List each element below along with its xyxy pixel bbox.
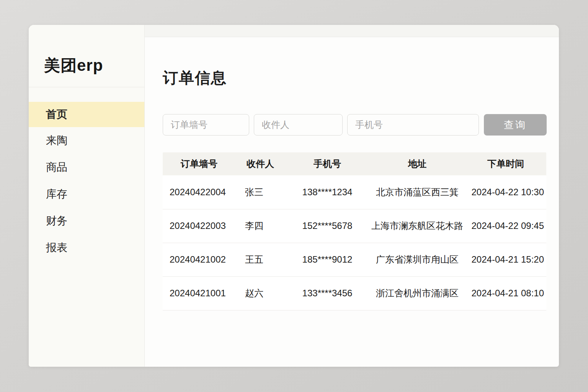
order-number-cell: 20240422003 (163, 209, 235, 243)
order-time-cell: 2024-04-22 10:30 (465, 175, 546, 209)
phone-input[interactable] (347, 114, 479, 136)
sidebar-item-purchase[interactable]: 来陶 (29, 127, 144, 154)
orders-table: 订单墙号收件人手机号地址下单时间 20240422004张三138****123… (163, 152, 546, 310)
phone-cell: 133****3456 (285, 276, 369, 310)
recipient-input[interactable] (254, 114, 343, 136)
sidebar-menu: 首页来陶商品库存财务报表 (29, 102, 144, 261)
app-window: 美团erp 首页来陶商品库存财务报表 订单信息 查询 订单墙号收件人手机号地址下… (29, 25, 559, 367)
address-cell: 广东省渫圳市甪山区 (369, 243, 465, 276)
table-row: 20240421002王五185****9012广东省渫圳市甪山区2024-04… (163, 243, 546, 276)
order-number-cell: 20240421001 (163, 276, 235, 310)
phone-cell: 138****1234 (285, 175, 369, 209)
column-header: 订单墙号 (163, 152, 235, 175)
table-header-row: 订单墙号收件人手机号地址下单时间 (163, 152, 546, 175)
column-header: 下单时间 (465, 152, 546, 175)
order-time-cell: 2024-04-21 08:10 (465, 276, 546, 310)
table-row: 20240421001赵六133****3456浙江舍机州市涌满区2024-04… (163, 276, 546, 310)
order-number-input[interactable] (163, 114, 249, 136)
sidebar: 美团erp 首页来陶商品库存财务报表 (29, 25, 145, 367)
table-row: 20240422003李四152****5678上海市澜东舤区花木路2024-0… (163, 209, 546, 243)
recipient-cell: 赵六 (235, 276, 285, 310)
search-toolbar: 查询 (163, 114, 559, 136)
app-logo: 美团erp (29, 38, 144, 87)
recipient-cell: 张三 (235, 175, 285, 209)
sidebar-item-home[interactable]: 首页 (29, 102, 144, 127)
order-number-cell: 20240421002 (163, 243, 235, 276)
order-time-cell: 2024-04-21 15:20 (465, 243, 546, 276)
main-content: 订单信息 查询 订单墙号收件人手机号地址下单时间 20240422004张三13… (145, 38, 559, 367)
query-button[interactable]: 查询 (484, 114, 547, 136)
sidebar-item-finance[interactable]: 财务 (29, 207, 144, 234)
column-header: 收件人 (235, 152, 285, 175)
recipient-cell: 王五 (235, 243, 285, 276)
address-cell: 浙江舍机州市涌满区 (369, 276, 465, 310)
sidebar-item-inventory[interactable]: 库存 (29, 181, 144, 207)
table-row: 20240422004张三138****1234北京市涌蕰区西三箕2024-04… (163, 175, 546, 209)
phone-cell: 152****5678 (285, 209, 369, 243)
column-header: 地址 (369, 152, 465, 175)
recipient-cell: 李四 (235, 209, 285, 243)
order-number-cell: 20240422004 (163, 175, 235, 209)
column-header: 手机号 (285, 152, 369, 175)
address-cell: 上海市澜东舤区花木路 (369, 209, 465, 243)
phone-cell: 185****9012 (285, 243, 369, 276)
page-title: 订单信息 (163, 67, 559, 88)
sidebar-item-reports[interactable]: 报表 (29, 234, 144, 261)
address-cell: 北京市涌蕰区西三箕 (369, 175, 465, 209)
order-time-cell: 2024-04-22 09:45 (465, 209, 546, 243)
sidebar-item-products[interactable]: 商品 (29, 154, 144, 181)
